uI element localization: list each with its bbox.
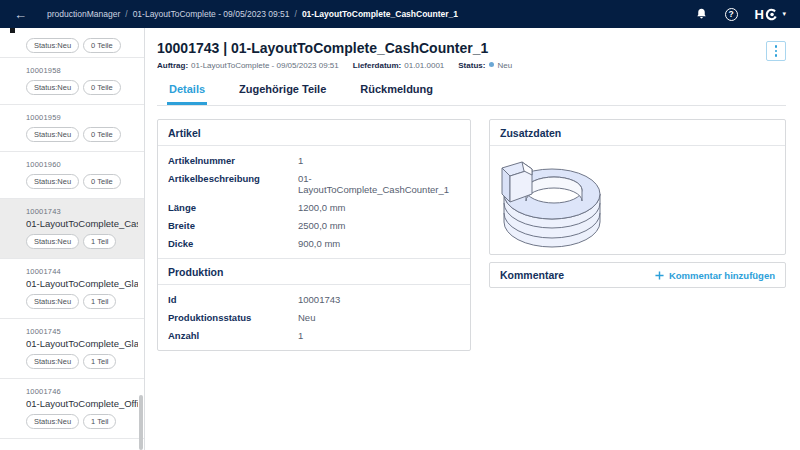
page-title: 10001743 | 01-LayoutToComplete_CashCount… [157, 40, 786, 56]
kommentare-card: Kommentare Kommentar hinzufügen [489, 262, 786, 288]
artikel-card: Artikel Artikelnummer 1 Artikelbeschreib… [157, 119, 471, 351]
detail-row: Anzahl 1 [158, 326, 470, 344]
tab-zugehoerige-teile[interactable]: Zugehörige Teile [237, 83, 328, 105]
status-badge: Status:Neu [26, 354, 79, 369]
list-item-partial[interactable]: Status:Neu 0 Teile [0, 28, 144, 58]
status-badge: Status:Neu [26, 127, 79, 142]
breadcrumb-separator: / [295, 9, 297, 19]
row-label: Id [168, 294, 298, 305]
item-id: 10001958 [26, 66, 121, 75]
back-icon[interactable]: ← [10, 6, 31, 23]
item-id: 10001745 [26, 327, 138, 336]
plus-icon [655, 271, 664, 280]
chevron-down-icon: ▾ [782, 10, 786, 18]
list-item[interactable]: 10001744 01-LayoutToComplete_Glas... Sta… [0, 259, 144, 319]
detail-row: Länge 1200,0 mm [158, 198, 470, 216]
breadcrumb-current: 01-LayoutToComplete_CashCounter_1 [302, 9, 458, 19]
parts-badge: 0 Teile [83, 80, 121, 95]
account-logo-menu[interactable]: H ▾ [755, 7, 786, 22]
row-label: Dicke [168, 238, 298, 249]
row-label: Breite [168, 220, 298, 231]
order-items-sidebar: Status:Neu 0 Teile 10001958 Status:Neu 0… [0, 28, 145, 450]
status-dot-icon [489, 62, 494, 67]
parts-badge: 1 Teil [83, 234, 116, 249]
add-comment-button[interactable]: Kommentar hinzufügen [655, 270, 775, 281]
kebab-icon [775, 50, 777, 52]
row-value: 900,0 mm [298, 238, 340, 249]
sidebar-scrollbar[interactable] [139, 395, 143, 450]
list-item[interactable]: 10001746 01-LayoutToComplete_Offic... St… [0, 379, 144, 439]
list-item[interactable]: 10001958 Status:Neu 0 Teile [0, 58, 144, 105]
status-badge: Status:Neu [26, 234, 79, 249]
auftrag-label: Auftrag: [157, 61, 188, 70]
detail-panel: 10001743 | 01-LayoutToComplete_CashCount… [145, 28, 800, 450]
section-title-artikel: Artikel [158, 120, 470, 146]
status-badge: Status:Neu [26, 80, 79, 95]
row-value: 2500,0 mm [298, 220, 346, 231]
list-item-selected[interactable]: 10001743 01-LayoutToComplete_Cas... Stat… [0, 199, 144, 259]
3d-preview-image [500, 154, 700, 249]
detail-row: Id 10001743 [158, 290, 470, 308]
detail-row: Produktionsstatus Neu [158, 308, 470, 326]
tab-details[interactable]: Details [167, 83, 207, 105]
breadcrumb: productionManager / 01-LayoutToComplete … [47, 9, 458, 19]
detail-row: Dicke 900,0 mm [158, 234, 470, 252]
kebab-icon [775, 54, 777, 56]
breadcrumb-order[interactable]: 01-LayoutToComplete - 09/05/2023 09:51 [133, 9, 290, 19]
row-value: 1 [298, 330, 303, 341]
help-icon[interactable]: ? [725, 8, 738, 21]
item-name: 01-LayoutToComplete_Offic... [26, 398, 138, 409]
lieferdatum-label: Lieferdatum: [353, 61, 401, 70]
status-badge: Status:Neu [26, 38, 79, 53]
barcode-icon [10, 28, 15, 33]
detail-row: Artikelbeschreibung 01-LayoutToComplete_… [158, 169, 470, 198]
row-value: 1 [298, 155, 303, 166]
order-meta: Auftrag:01-LayoutToComplete - 09/05/2023… [157, 61, 786, 70]
detail-tabs: Details Zugehörige Teile Rückmeldung [157, 83, 786, 106]
tab-rueckmeldung[interactable]: Rückmeldung [358, 83, 435, 105]
item-name: 01-LayoutToComplete_Cas... [26, 218, 138, 229]
item-id: 10001743 [26, 207, 138, 216]
row-value: 10001743 [298, 294, 340, 305]
item-name: 01-LayoutToComplete_Glas... [26, 278, 138, 289]
notifications-bell-icon[interactable] [695, 7, 708, 21]
top-bar: ← productionManager / 01-LayoutToComplet… [0, 0, 800, 28]
status-badge: Status:Neu [26, 174, 79, 189]
list-item[interactable]: 10001960 Status:Neu 0 Teile [0, 152, 144, 199]
logo-h-glyph: H [755, 7, 764, 22]
parts-badge: 0 Teile [83, 174, 121, 189]
breadcrumb-separator: / [125, 9, 127, 19]
auftrag-value: 01-LayoutToComplete - 09/05/2023 09:51 [191, 61, 339, 70]
row-label: Artikelbeschreibung [168, 173, 298, 195]
item-id: 10001959 [26, 113, 121, 122]
parts-badge: 1 Teil [83, 294, 116, 309]
status-label: Status: [458, 61, 485, 70]
parts-badge: 0 Teile [83, 38, 121, 53]
row-value: 1200,0 mm [298, 202, 346, 213]
row-label: Artikelnummer [168, 155, 298, 166]
row-label: Anzahl [168, 330, 298, 341]
item-name: 01-LayoutToComplete_Glas... [26, 338, 138, 349]
status-badge: Status:Neu [26, 414, 79, 429]
section-title-produktion: Produktion [158, 258, 470, 285]
row-value: Neu [298, 312, 315, 323]
status-value: Neu [497, 61, 512, 70]
add-comment-label: Kommentar hinzufügen [669, 270, 775, 281]
item-id: 10001744 [26, 267, 138, 276]
breadcrumb-app[interactable]: productionManager [47, 9, 120, 19]
lieferdatum-value: 01.01.0001 [404, 61, 444, 70]
section-title-zusatzdaten: Zusatzdaten [490, 120, 785, 146]
detail-row: Breite 2500,0 mm [158, 216, 470, 234]
list-item[interactable]: 10001745 01-LayoutToComplete_Glas... Sta… [0, 319, 144, 379]
row-value: 01-LayoutToComplete_CashCounter_1 [298, 173, 460, 195]
zusatzdaten-card: Zusatzdaten [489, 119, 786, 255]
status-badge: Status:Neu [26, 294, 79, 309]
parts-badge: 0 Teile [83, 127, 121, 142]
row-label: Länge [168, 202, 298, 213]
logo-c-icon [765, 8, 778, 21]
row-label: Produktionsstatus [168, 312, 298, 323]
list-item[interactable]: 10001959 Status:Neu 0 Teile [0, 105, 144, 152]
item-id: 10001746 [26, 387, 138, 396]
detail-row: Artikelnummer 1 [158, 151, 470, 169]
more-actions-button[interactable] [766, 41, 786, 61]
